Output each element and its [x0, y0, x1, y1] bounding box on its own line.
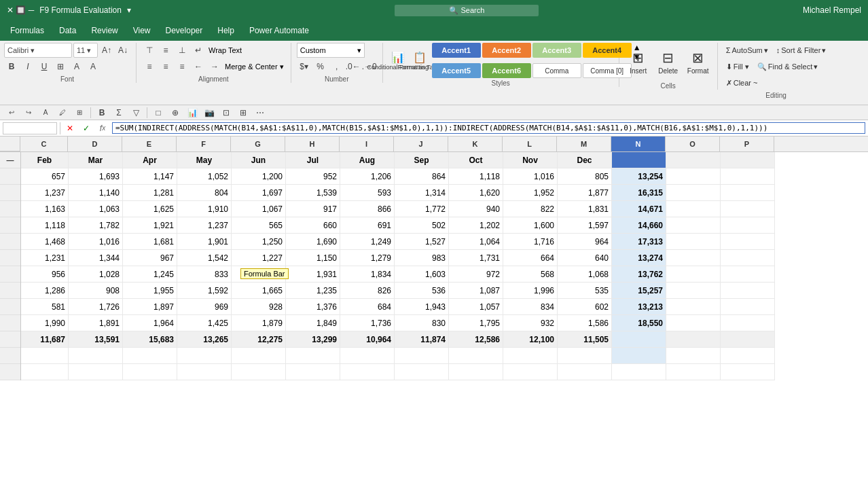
- r1c11[interactable]: 805: [558, 168, 612, 184]
- r4c9[interactable]: 1,202: [449, 217, 503, 233]
- fill-color-btn[interactable]: A: [69, 59, 84, 74]
- r3c1[interactable]: 1,163: [21, 201, 69, 217]
- empty2c5[interactable]: [232, 364, 286, 380]
- month-apr[interactable]: Apr: [123, 152, 177, 168]
- empty2c9[interactable]: [449, 364, 503, 380]
- r5c2[interactable]: 1,016: [69, 234, 123, 249]
- italic-btn[interactable]: I: [20, 59, 35, 74]
- font-size-dropdown[interactable]: 11 ▾: [73, 43, 98, 58]
- empty2c10[interactable]: [503, 364, 558, 380]
- empty1c14[interactable]: [721, 348, 775, 363]
- row-header-5[interactable]: [0, 234, 20, 250]
- col-c[interactable]: C: [20, 137, 68, 151]
- col-j[interactable]: J: [394, 137, 448, 151]
- month-jun[interactable]: Jun: [232, 152, 286, 168]
- r3c10[interactable]: 822: [503, 201, 558, 217]
- r7c1[interactable]: 956: [21, 266, 69, 282]
- month-feb[interactable]: Feb: [21, 152, 69, 168]
- r1c1[interactable]: 657: [21, 168, 69, 184]
- align-right-btn[interactable]: ≡: [175, 59, 189, 74]
- r1c4[interactable]: 1,052: [177, 168, 232, 184]
- r2c7[interactable]: 593: [340, 185, 395, 200]
- month-jul[interactable]: Jul: [286, 152, 340, 168]
- font-color-btn[interactable]: A: [86, 59, 101, 74]
- align-left-btn[interactable]: ≡: [142, 59, 157, 74]
- r6c7[interactable]: 1,279: [340, 250, 395, 266]
- r7c12[interactable]: 13,762: [612, 266, 666, 282]
- month-aug[interactable]: Aug: [340, 152, 395, 168]
- qa-shapes[interactable]: □: [151, 105, 166, 120]
- r5c1[interactable]: 1,468: [21, 234, 69, 249]
- empty2c3[interactable]: [123, 364, 177, 380]
- r9c8[interactable]: 1,943: [395, 299, 449, 314]
- decrease-font-btn[interactable]: A↓: [115, 43, 130, 58]
- empty1c11[interactable]: [558, 348, 612, 363]
- qa-filter[interactable]: ▽: [128, 105, 143, 120]
- tot-c1[interactable]: 11,687: [21, 331, 69, 347]
- empty2c14[interactable]: [721, 364, 775, 380]
- r2c2[interactable]: 1,140: [69, 185, 123, 200]
- qa-icon4[interactable]: ⊞: [236, 105, 251, 120]
- r1c7[interactable]: 1,206: [340, 168, 395, 184]
- accent5-btn[interactable]: Accent5: [432, 63, 481, 78]
- col-i[interactable]: I: [340, 137, 394, 151]
- r10c5[interactable]: 1,879: [232, 315, 286, 331]
- indent-decrease-btn[interactable]: ←: [191, 59, 206, 74]
- month-mar[interactable]: Mar: [69, 152, 123, 168]
- r4c6[interactable]: 660: [286, 217, 340, 233]
- col-o[interactable]: O: [666, 137, 720, 151]
- empty2c2[interactable]: [69, 364, 123, 380]
- tot-c5[interactable]: 12,275: [232, 331, 286, 347]
- r9c12[interactable]: 13,213: [612, 299, 666, 314]
- currency-btn[interactable]: $▾: [297, 59, 312, 74]
- r10c13[interactable]: [666, 315, 721, 331]
- insert-btn[interactable]: ⊞ Insert: [625, 43, 652, 81]
- tot-c10[interactable]: 12,100: [503, 331, 558, 347]
- r10c14[interactable]: [721, 315, 775, 331]
- r5c6[interactable]: 1,690: [286, 234, 340, 249]
- r4c3[interactable]: 1,921: [123, 217, 177, 233]
- r5c11[interactable]: 964: [558, 234, 612, 249]
- r6c6[interactable]: 1,150: [286, 250, 340, 266]
- r1c12[interactable]: 13,254: [612, 168, 666, 184]
- name-box[interactable]: [3, 122, 57, 134]
- month-nov[interactable]: Nov: [503, 152, 558, 168]
- r5c13[interactable]: [666, 234, 721, 249]
- r4c2[interactable]: 1,782: [69, 217, 123, 233]
- r8c12[interactable]: 15,257: [612, 283, 666, 298]
- qa-font-color[interactable]: A: [38, 105, 53, 120]
- r10c9[interactable]: 1,795: [449, 315, 503, 331]
- comma-btn[interactable]: ,: [329, 59, 344, 74]
- r5c10[interactable]: 1,716: [503, 234, 558, 249]
- r9c2[interactable]: 1,726: [69, 299, 123, 314]
- r3c6[interactable]: 917: [286, 201, 340, 217]
- r5c5[interactable]: 1,250: [232, 234, 286, 249]
- row-header-empty1[interactable]: [0, 348, 20, 364]
- enter-btn[interactable]: ✓: [79, 122, 93, 135]
- r8c6[interactable]: 1,235: [286, 283, 340, 298]
- r7c8[interactable]: 1,603: [395, 266, 449, 282]
- qa-bold[interactable]: B: [94, 105, 109, 120]
- qa-icon3[interactable]: ⊡: [219, 105, 234, 120]
- col-d[interactable]: D: [68, 137, 122, 151]
- percent-btn[interactable]: %: [313, 59, 328, 74]
- col-f[interactable]: F: [177, 137, 231, 151]
- r5c9[interactable]: 1,064: [449, 234, 503, 249]
- empty2c1[interactable]: [21, 364, 69, 380]
- r4c7[interactable]: 691: [340, 217, 395, 233]
- comma-style-btn[interactable]: Comma: [532, 63, 581, 78]
- r8c1[interactable]: 1,286: [21, 283, 69, 298]
- empty1c2[interactable]: [69, 348, 123, 363]
- empty1c12[interactable]: [612, 348, 666, 363]
- qa-icon1[interactable]: ⊕: [168, 105, 183, 120]
- r6c4[interactable]: 1,542: [177, 250, 232, 266]
- r1c8[interactable]: 864: [395, 168, 449, 184]
- r4c13[interactable]: [666, 217, 721, 233]
- r6c12[interactable]: 13,274: [612, 250, 666, 266]
- empty2c13[interactable]: [666, 364, 721, 380]
- empty2c6[interactable]: [286, 364, 340, 380]
- r3c3[interactable]: 1,625: [123, 201, 177, 217]
- qa-undo[interactable]: ↩: [4, 105, 19, 120]
- r2c8[interactable]: 1,314: [395, 185, 449, 200]
- row-header-6[interactable]: [0, 250, 20, 266]
